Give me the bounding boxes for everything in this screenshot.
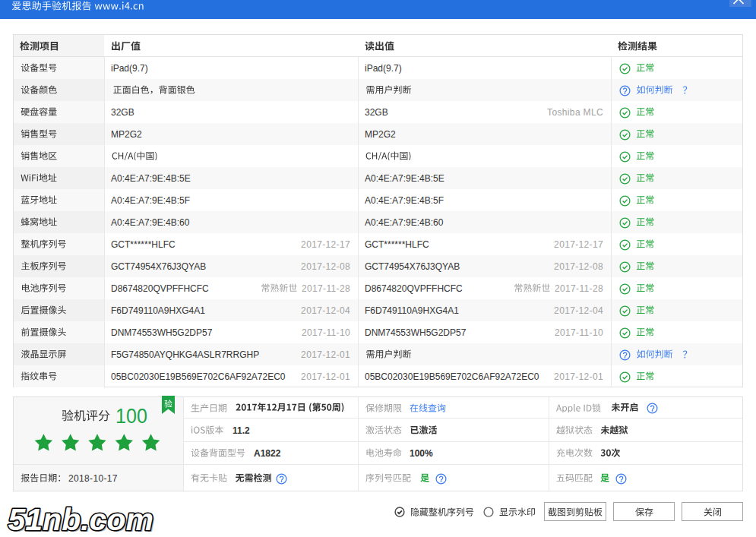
svg-text:51nb.com: 51nb.com [8,502,153,537]
